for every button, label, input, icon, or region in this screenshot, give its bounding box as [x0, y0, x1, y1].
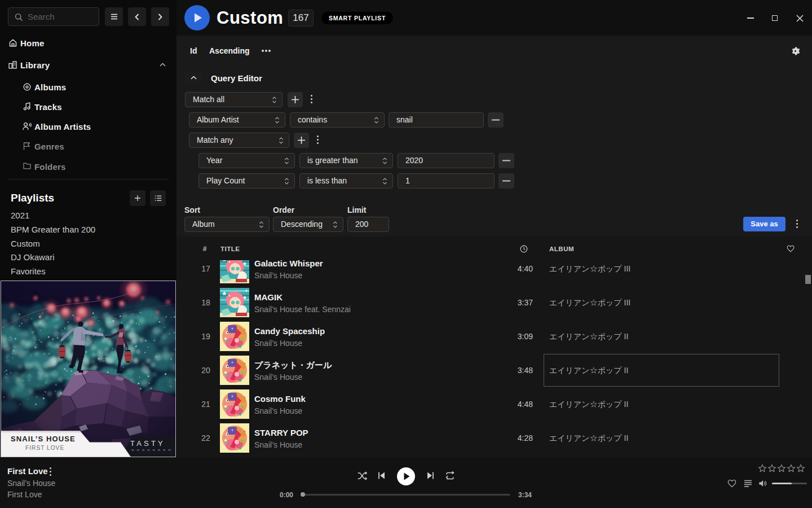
svg-text:SNAIL’S HOUSE: SNAIL’S HOUSE: [11, 435, 76, 443]
svg-text:FIRST LOVE: FIRST LOVE: [25, 445, 64, 451]
svg-text:TASTY: TASTY: [130, 439, 165, 448]
